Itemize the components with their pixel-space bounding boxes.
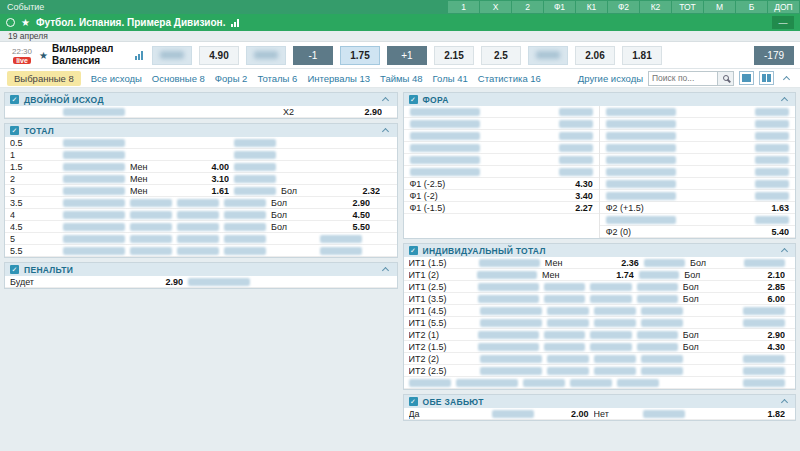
censored-odds [480, 307, 542, 315]
censored-odds [479, 259, 540, 267]
section-header-both-to-score: ✓ОБЕ ЗАБЬЮТ [404, 395, 796, 408]
tabs-group: Выбранные 8Все исходыОсновные 8Форы 2Тот… [7, 71, 541, 86]
view-toggle-single-column-button[interactable] [739, 71, 754, 85]
view-toggle-two-columns-button[interactable] [759, 71, 774, 85]
section-checkbox[interactable]: ✓ [10, 265, 19, 274]
odds-value[interactable]: 2.36 [593, 258, 638, 268]
censored-odds [559, 156, 593, 164]
odds-value[interactable]: 1.74 [589, 270, 633, 280]
censored-odds [637, 343, 678, 351]
section-collapse-button[interactable] [778, 398, 790, 405]
censored-odds [559, 108, 593, 116]
censored-odds [456, 379, 518, 387]
tab-7[interactable]: Голы 41 [433, 73, 468, 84]
section-collapse-button[interactable] [380, 96, 392, 103]
outcome-label: Ф1 (-2.5) [410, 179, 500, 189]
section-checkbox[interactable]: ✓ [409, 246, 418, 255]
odds-value[interactable]: 4.30 [575, 179, 593, 189]
odds-cell-selected[interactable]: 1.75 [340, 46, 380, 65]
markets-tab-bar: Выбранные 8Все исходыОсновные 8Форы 2Тот… [0, 69, 800, 88]
other-markets-link[interactable]: Другие исходы [578, 73, 643, 84]
odds-cell[interactable]: 4.90 [199, 46, 239, 65]
odds-cell[interactable]: 2.06 [575, 46, 615, 65]
odds-value[interactable]: 6.00 [736, 294, 785, 304]
bet-row: 4.5Бол5.50 [5, 221, 397, 233]
odds-value[interactable]: 2.00 [539, 409, 589, 419]
odds-value[interactable]: 2.90 [133, 277, 183, 287]
match-row: 22:30 live ★ Вильярреал Валенсия 4.90-11… [0, 42, 800, 69]
censored-odds [410, 156, 480, 164]
tab-6[interactable]: Таймы 48 [380, 73, 423, 84]
odds-value[interactable]: 4.30 [736, 342, 785, 352]
odds-value[interactable]: 3.10 [179, 174, 229, 184]
odds-value[interactable]: 2.90 [736, 330, 785, 340]
censored-odds [478, 295, 539, 303]
match-favorite-star-icon[interactable]: ★ [39, 50, 48, 61]
search-button[interactable] [717, 72, 733, 85]
outcome-label: ИТ2 (2) [409, 354, 475, 364]
censored-odds [637, 295, 678, 303]
odds-cell[interactable]: 2.15 [434, 46, 474, 65]
collapse-all-button[interactable] [779, 71, 793, 85]
odds-value[interactable]: 2.90 [320, 198, 370, 208]
column-header-К2: К2 [640, 1, 671, 13]
tabs-right-group: Другие исходы [578, 71, 793, 86]
search-input[interactable] [649, 73, 717, 83]
odds-value[interactable]: 2.90 [332, 107, 382, 117]
odds-value[interactable]: 4.00 [179, 162, 229, 172]
odds-cell[interactable]: 1.81 [622, 46, 662, 65]
odds-value[interactable]: 5.40 [771, 227, 789, 237]
odds-value[interactable]: 3.40 [575, 191, 593, 201]
league-stats-icon[interactable] [231, 19, 239, 27]
censored-odds [177, 247, 219, 255]
section-collapse-button[interactable] [778, 96, 790, 103]
column-header-Ф1: Ф1 [544, 1, 575, 13]
bet-row [600, 106, 795, 118]
odds-value[interactable]: 2.10 [737, 270, 785, 280]
censored-odds [177, 211, 219, 219]
league-bar: ★ Футбол. Испания. Примера Дивизион. — [0, 14, 800, 31]
bet-row [600, 154, 795, 166]
censored-odds [234, 187, 276, 195]
section-title: ДВОЙНОЙ ИСХОД [24, 95, 104, 105]
tab-4[interactable]: Тоталы 6 [257, 73, 297, 84]
odds-value[interactable]: 1.82 [735, 409, 785, 419]
section-collapse-button[interactable] [380, 266, 392, 273]
minimize-button[interactable]: — [772, 16, 794, 29]
odds-value[interactable]: 2.85 [736, 282, 785, 292]
tab-2[interactable]: Основные 8 [152, 73, 205, 84]
tab-8[interactable]: Статистика 16 [478, 73, 541, 84]
chevron-up-icon [780, 399, 787, 406]
censored-odds-cell [246, 46, 286, 65]
section-checkbox[interactable]: ✓ [10, 126, 19, 135]
outcome-line: 1.5 [10, 162, 58, 172]
league-favorite-star-icon[interactable]: ★ [21, 18, 30, 28]
censored-odds [755, 180, 789, 188]
odds-cell[interactable]: 2.5 [481, 46, 521, 65]
tab-0[interactable]: Выбранные 8 [7, 71, 81, 86]
column-header-Ф2: Ф2 [608, 1, 639, 13]
bet-row: ИТ1 (2.5)Бол2.85 [404, 281, 796, 293]
odds-value[interactable]: 2.27 [575, 203, 593, 213]
odds-value[interactable]: 1.63 [771, 203, 789, 213]
odds-value[interactable]: 5.50 [320, 222, 370, 232]
section-collapse-button[interactable] [778, 247, 790, 254]
odds-value[interactable]: 1.61 [179, 186, 229, 196]
match-teams[interactable]: Вильярреал Валенсия [52, 43, 130, 67]
bet-row: ИТ1 (4.5) [404, 305, 796, 317]
censored-odds [492, 410, 534, 418]
section-collapse-button[interactable] [380, 127, 392, 134]
censored-odds [63, 235, 125, 243]
tab-3[interactable]: Форы 2 [215, 73, 248, 84]
outcome-label: ИТ1 (4.5) [409, 306, 475, 316]
bet-row: ИТ1 (3.5)Бол6.00 [404, 293, 796, 305]
match-chart-icon[interactable] [135, 51, 143, 60]
markets-area: ✓ДВОЙНОЙ ИСХОДХ22.90✓ТОТАЛ0.511.5Мен4.00… [0, 88, 800, 451]
odds-value[interactable]: 4.50 [320, 210, 370, 220]
section-checkbox[interactable]: ✓ [10, 95, 19, 104]
section-checkbox[interactable]: ✓ [409, 397, 418, 406]
section-checkbox[interactable]: ✓ [409, 95, 418, 104]
tab-5[interactable]: Интервалы 13 [307, 73, 370, 84]
odds-value[interactable]: 2.32 [330, 186, 380, 196]
tab-1[interactable]: Все исходы [91, 73, 142, 84]
